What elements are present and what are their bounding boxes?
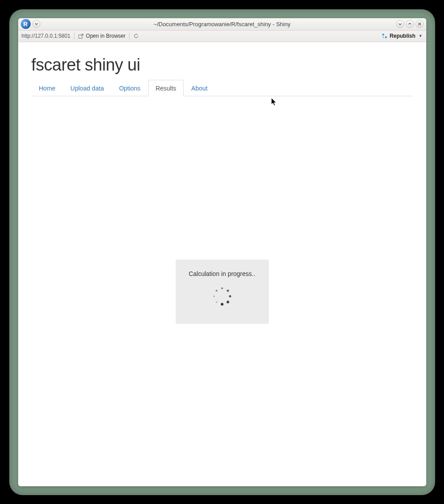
separator xyxy=(74,32,75,39)
separator xyxy=(129,32,130,39)
svg-rect-3 xyxy=(382,37,384,38)
tab-about[interactable]: About xyxy=(184,80,215,96)
svg-point-2 xyxy=(385,36,387,39)
maximize-button[interactable] xyxy=(406,20,414,28)
app-window: R ~/Documents/Programowanie/R/fscaret_sh… xyxy=(18,18,426,486)
url-text: http://127.0.0.1:5801 xyxy=(22,33,71,39)
svg-point-1 xyxy=(382,34,384,36)
tab-results[interactable]: Results xyxy=(148,80,184,96)
tab-home[interactable]: Home xyxy=(31,80,63,96)
toolbar: http://127.0.0.1:5801 Open in Browser xyxy=(18,31,426,42)
window-title: ~/Documents/Programowanie/R/fscaret_shin… xyxy=(18,21,426,28)
chevron-down-icon: ▼ xyxy=(419,34,423,38)
minimize-button[interactable] xyxy=(396,20,404,28)
loading-text: Calculation in progress.. xyxy=(189,270,255,277)
open-in-browser-label: Open in Browser xyxy=(86,33,126,39)
loading-modal: Calculation in progress.. xyxy=(176,260,269,324)
republish-label: Republish xyxy=(390,33,416,39)
tab-options[interactable]: Options xyxy=(111,80,148,96)
mouse-cursor-icon xyxy=(271,98,277,106)
titlebar-menu-button[interactable] xyxy=(32,20,40,28)
app-logo-icon: R xyxy=(21,19,31,29)
open-in-browser-button[interactable]: Open in Browser xyxy=(78,33,126,39)
tab-upload-data[interactable]: Upload data xyxy=(63,80,112,96)
republish-icon xyxy=(381,33,388,39)
page-title: fscaret shiny ui xyxy=(31,55,413,75)
republish-button[interactable]: Republish ▼ xyxy=(381,33,423,39)
content-area: fscaret shiny ui Home Upload data Option… xyxy=(18,42,426,486)
tab-bar: Home Upload data Options Results About xyxy=(31,80,413,96)
window-titlebar: R ~/Documents/Programowanie/R/fscaret_sh… xyxy=(18,18,426,31)
spinner-icon xyxy=(212,286,232,307)
popout-icon xyxy=(78,33,84,39)
reload-button[interactable] xyxy=(133,33,139,39)
close-button[interactable] xyxy=(416,20,424,28)
